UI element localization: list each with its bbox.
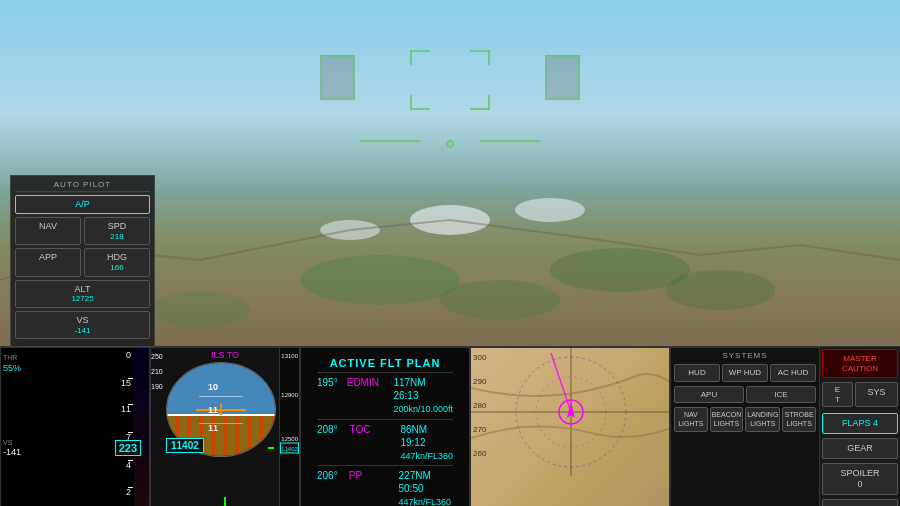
speed-current-box: 223 <box>115 440 141 456</box>
aircraft-ref-vertical <box>220 404 222 415</box>
fp-alt-1: 200kn/10.000ft <box>393 404 453 414</box>
fp-time-3: 50:50 <box>399 483 424 494</box>
wp-hud-button[interactable]: WP HUD <box>722 364 768 382</box>
systems-row-2: APU ICE <box>674 386 816 404</box>
alt-value: 12725 <box>18 294 147 304</box>
hdg-button[interactable]: HDG166 <box>84 248 150 276</box>
systems-row-1: HUD WP HUD AC HUD <box>674 364 816 382</box>
map-scale-280: 280 <box>473 401 486 410</box>
fp-divider-3 <box>317 465 453 466</box>
speed-200: 2 <box>126 487 131 497</box>
svg-point-1 <box>440 280 560 320</box>
instrument-panel: THR 55% VS -141 0 15 11 7 4 2 <box>0 346 900 506</box>
attitude-indicator: ILS TO 250 210 190 <box>150 347 300 506</box>
fp-row-2: 208° TOC 86NM 19:12 447kn/FL360 <box>317 423 453 463</box>
landing-lights-button[interactable]: LANDINGLIGHTS <box>745 407 780 432</box>
systems-row-3: NAVLIGHTS BEACONLIGHTS LANDINGLIGHTS STR… <box>674 407 816 432</box>
ai-alt-tape: 13100 12900 12500 11402 <box>279 348 299 506</box>
fp-dist-2: 86NM <box>400 424 427 435</box>
alt-12500: 12500 <box>281 436 298 442</box>
instruments-row: THR 55% VS -141 0 15 11 7 4 2 <box>0 347 900 506</box>
systems-panel: SYSTEMS HUD WP HUD AC HUD APU ICE NAVLIG… <box>670 347 820 506</box>
autopilot-panel: AUTO PILOT A/P NAV SPD218 APP HDG166 ALT… <box>10 175 155 347</box>
brake-button[interactable]: BRAKE <box>822 499 898 506</box>
spd-button[interactable]: SPD218 <box>84 217 150 245</box>
ice-button[interactable]: ICE <box>746 386 816 404</box>
ai-left-scale: 250 210 190 <box>151 348 165 506</box>
fp-row-3: 206° PP 227NM 50:50 447kn/FL360 <box>317 469 453 506</box>
ap-button[interactable]: A/P <box>15 195 150 214</box>
fp-divider-2 <box>317 419 453 420</box>
thr-display: THR 55% <box>3 353 21 375</box>
app-button[interactable]: APP <box>15 248 81 276</box>
fp-time-1: 26:13 <box>393 390 418 401</box>
map-scale-260: 260 <box>473 449 486 458</box>
glideslope-indicator <box>268 447 274 449</box>
nav-button[interactable]: NAV <box>15 217 81 245</box>
sys-button[interactable]: SYS <box>855 382 898 407</box>
fp-bearing-2: 208° <box>317 423 349 436</box>
map-scale-290: 290 <box>473 377 486 386</box>
vs-display: VS -141 <box>3 438 21 457</box>
flaps-button[interactable]: FLAPS 4 <box>822 413 898 434</box>
speed-current-value: 223 <box>119 442 137 454</box>
alt-number-11: 11 <box>208 405 218 415</box>
current-alt-box: 11402 <box>166 438 204 453</box>
svg-point-3 <box>150 292 250 328</box>
fp-section: ACTIVE FLT PLAN 195° EDMIN 117NM 26:13 2… <box>309 352 461 506</box>
spoiler-button[interactable]: SPOILER0 <box>822 463 898 495</box>
right-panel: MASTERCAUTION ET SYS FLAPS 4 GEAR SPOILE… <box>820 347 900 506</box>
hud-button[interactable]: HUD <box>674 364 720 382</box>
ai-alt-current-val: 11402 <box>281 445 298 451</box>
et-sys-row: ET SYS <box>822 382 898 409</box>
fp-waypoint-3: PP <box>349 469 399 482</box>
map-svg <box>471 348 669 476</box>
ap-row-5: VS-141 <box>15 311 150 339</box>
ils-title: ILS TO <box>151 350 299 360</box>
current-alt-value: 11402 <box>171 440 199 451</box>
ils-display: ILS TO 250 210 190 <box>151 348 299 506</box>
speed-tape: THR 55% VS -141 0 15 11 7 4 2 <box>1 348 149 506</box>
gear-button[interactable]: GEAR <box>822 438 898 459</box>
spoiler-label: SPOILER0 <box>840 468 879 489</box>
pitch-mark-2 <box>199 423 242 424</box>
svg-line-12 <box>551 353 571 412</box>
autopilot-title: AUTO PILOT <box>15 180 150 192</box>
fp-divider <box>317 372 453 373</box>
alt-number-10: 10 <box>208 382 218 392</box>
ap-row-4: ALT12725 <box>15 280 150 308</box>
fp-time-2: 19:12 <box>400 437 425 448</box>
apu-button[interactable]: APU <box>674 386 744 404</box>
flight-view: AUTO PILOT A/P NAV SPD218 APP HDG166 ALT… <box>0 0 900 380</box>
ap-row-1: A/P <box>15 195 150 214</box>
gear-label: GEAR <box>847 443 873 453</box>
pitch-mark-1 <box>199 396 242 397</box>
master-caution-label: MASTERCAUTION <box>842 354 878 373</box>
ac-hud-button[interactable]: AC HUD <box>770 364 816 382</box>
speed-230: 11 <box>121 404 131 414</box>
alt-button[interactable]: ALT12725 <box>15 280 150 308</box>
beacon-lights-button[interactable]: BEACONLIGHTS <box>710 407 744 432</box>
master-caution-button[interactable]: MASTERCAUTION <box>822 349 898 378</box>
fp-bearing-1: 195° <box>317 376 347 389</box>
nav-lights-button[interactable]: NAVLIGHTS <box>674 407 708 432</box>
fp-dist-1: 117NM <box>393 377 425 388</box>
map-scale-300: 300 <box>473 353 486 362</box>
fp-dist-3: 227NM <box>399 470 431 481</box>
sys-label: SYS <box>867 387 885 397</box>
systems-title: SYSTEMS <box>674 351 816 360</box>
speed-250: 0 <box>126 350 131 360</box>
svg-point-6 <box>515 198 585 222</box>
flight-plan-panel: ACTIVE FLT PLAN 195° EDMIN 117NM 26:13 2… <box>300 347 470 506</box>
map-scale-270: 270 <box>473 425 486 434</box>
fp-alt-2: 447kn/FL360 <box>400 451 453 461</box>
ap-row-3: APP HDG166 <box>15 248 150 276</box>
thr-value: 55% <box>3 363 21 373</box>
map-panel: 300 290 280 270 260 <box>470 347 670 506</box>
et-button[interactable]: ET <box>822 382 853 407</box>
vs-value: -141 <box>18 326 147 336</box>
fp-waypoint-2: TOC <box>349 423 400 436</box>
vs-button[interactable]: VS-141 <box>15 311 150 339</box>
strobe-lights-button[interactable]: STROBELIGHTS <box>782 407 816 432</box>
fp-alt-3: 447kn/FL360 <box>399 497 452 506</box>
